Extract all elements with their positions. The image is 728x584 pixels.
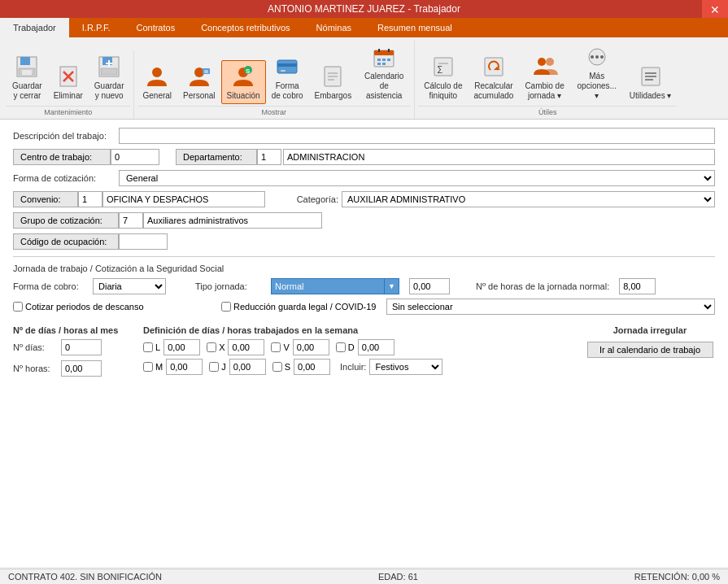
day-X-input[interactable] <box>228 339 264 355</box>
tab-trabajador[interactable]: Trabajador <box>0 18 69 37</box>
status-right: RETENCIÓN: 0,00 % <box>634 572 720 582</box>
calendario-button[interactable]: Calendariode asistencia <box>357 41 411 104</box>
day-X-checkbox-label[interactable]: X <box>207 342 225 352</box>
categoria-select[interactable]: AUXILIAR ADMINISTRATIVO <box>342 191 715 207</box>
tab-bar: Trabajador I.R.P.F. Contratos Conceptos … <box>0 18 728 37</box>
day-J-checkbox[interactable] <box>209 362 219 372</box>
tab-nominas[interactable]: Nóminas <box>303 18 364 37</box>
descripcion-input[interactable] <box>119 128 715 144</box>
n-dias-input[interactable] <box>61 339 102 355</box>
tab-conceptos[interactable]: Conceptos retributivos <box>188 18 303 37</box>
cotizar-periodos-checkbox[interactable] <box>13 302 23 312</box>
mas-opciones-label: Másopciones... ▾ <box>576 72 618 101</box>
svg-rect-22 <box>281 70 286 72</box>
mas-opciones-button[interactable]: Másopciones... ▾ <box>570 41 624 104</box>
forma-cobro-button[interactable]: Formade cobro <box>266 50 309 104</box>
day-L-checkbox[interactable] <box>143 342 153 352</box>
tab-irpf[interactable]: I.R.P.F. <box>69 18 124 37</box>
cotizar-periodos-label[interactable]: Cotizar periodos de descanso <box>13 302 192 312</box>
incluir-select[interactable]: Festivos <box>369 359 442 375</box>
centro-trabajo-input[interactable] <box>111 149 159 165</box>
forma-cobro-label: Formade cobro <box>272 81 303 101</box>
day-M-checkbox[interactable] <box>143 362 153 372</box>
situacion-label: Situación <box>227 91 260 101</box>
tipo-jornada-hours-input[interactable] <box>409 278 450 294</box>
personal-button[interactable]: Personal <box>177 60 220 104</box>
day-S-checkbox-label[interactable]: S <box>272 362 290 372</box>
svg-text:∑: ∑ <box>437 64 442 73</box>
centro-trabajo-button[interactable]: Centro de trabajo: <box>13 149 111 165</box>
general-button[interactable]: General <box>137 60 178 104</box>
situacion-button[interactable]: S Situación <box>221 60 266 104</box>
n-horas-label: Nº horas: <box>13 364 58 373</box>
separator-1 <box>13 256 715 257</box>
day-D-input[interactable] <box>358 339 395 355</box>
day-J-checkbox-label[interactable]: J <box>209 362 226 372</box>
reduccion-checkbox[interactable] <box>221 302 231 312</box>
day-M-checkbox-label[interactable]: M <box>143 362 163 372</box>
jornada-section-title: Jornada de trabajo / Cotización a la Seg… <box>13 264 715 273</box>
n-dias-horas-label: Nº de días / horas al mes <box>13 325 135 335</box>
day-D-checkbox[interactable] <box>336 342 346 352</box>
grupo-num-input[interactable] <box>119 212 143 229</box>
embargos-button[interactable]: Embargos <box>309 60 358 104</box>
convenio-num-input[interactable] <box>78 191 102 207</box>
general-icon <box>144 63 170 89</box>
ribbon: Guardary cerrar Eliminar <box>0 37 728 120</box>
guardar-nuevo-button[interactable]: Guardary nuevo <box>89 50 130 104</box>
departamento-name-input[interactable] <box>283 149 715 165</box>
n-dias-label: Nº días: <box>13 342 58 352</box>
convenio-name-input[interactable] <box>102 191 265 207</box>
day-L-input[interactable] <box>163 339 200 355</box>
departamento-num-input[interactable] <box>257 149 281 165</box>
day-L-checkbox-label[interactable]: L <box>143 342 160 352</box>
recalcular-button[interactable]: Recalcularacumulado <box>468 50 519 104</box>
cambio-jornada-button[interactable]: Cambio dejornada ▾ <box>519 50 569 104</box>
n-horas-jornada-input[interactable] <box>619 278 656 294</box>
ir-calendario-button[interactable]: Ir al calendario de trabajo <box>587 342 713 358</box>
codigo-ocupacion-input[interactable] <box>119 233 168 250</box>
general-label: General <box>143 91 172 101</box>
guardar-nuevo-icon <box>96 54 122 80</box>
forma-cobro-icon <box>274 54 300 80</box>
status-bar: CONTRATO 402. SIN BONIFICACIÓN EDAD: 61 … <box>0 569 728 584</box>
grupo-cotizacion-button[interactable]: Grupo de cotización: <box>13 212 119 229</box>
guardar-cerrar-label: Guardary cerrar <box>12 81 42 101</box>
svg-rect-34 <box>377 63 381 65</box>
day-V-input[interactable] <box>293 339 329 355</box>
day-J-input[interactable] <box>229 359 266 375</box>
convenio-button[interactable]: Convenio: <box>13 191 78 207</box>
guardar-cerrar-button[interactable]: Guardary cerrar <box>7 50 48 104</box>
close-button[interactable]: ✕ <box>702 0 728 18</box>
grupo-name-input[interactable] <box>143 212 322 229</box>
n-dias-row: Nº días: <box>13 339 135 355</box>
day-V-checkbox-label[interactable]: V <box>271 342 289 352</box>
reduccion-select[interactable]: Sin seleccionar <box>386 299 715 315</box>
utilidades-button[interactable]: Utilidades ▾ <box>624 60 678 104</box>
status-center: EDAD: 61 <box>378 572 418 582</box>
departamento-button[interactable]: Departamento: <box>176 149 257 165</box>
tipo-jornada-input[interactable] <box>271 278 385 294</box>
ribbon-group-utiles: ∑ Cálculo definiquito Recalcularacumulad… <box>415 41 680 119</box>
eliminar-button[interactable]: Eliminar <box>48 60 89 104</box>
day-V-checkbox[interactable] <box>271 342 281 352</box>
day-X-checkbox[interactable] <box>207 342 216 352</box>
ribbon-group-mantenimiento-label: Mantenimiento <box>7 106 130 119</box>
calculo-finiquito-button[interactable]: ∑ Cálculo definiquito <box>418 50 468 104</box>
forma-cotizacion-select[interactable]: General <box>119 170 715 186</box>
tab-resumen[interactable]: Resumen mensual <box>364 18 465 37</box>
forma-cotizacion-row: Forma de cotización: General <box>13 170 715 186</box>
reduccion-label[interactable]: Reducción guarda legal / COVID-19 <box>221 302 380 312</box>
ribbon-group-mantenimiento: Guardary cerrar Eliminar <box>3 50 134 119</box>
day-M-input[interactable] <box>166 359 203 375</box>
codigo-ocupacion-button[interactable]: Código de ocupación: <box>13 233 119 250</box>
forma-cobro-select[interactable]: Diaria <box>93 278 166 294</box>
svg-text:S: S <box>246 68 251 75</box>
day-S-checkbox[interactable] <box>272 362 282 372</box>
day-S-input[interactable] <box>294 359 330 375</box>
utilidades-label: Utilidades ▾ <box>630 91 672 101</box>
tab-contratos[interactable]: Contratos <box>123 18 188 37</box>
tipo-jornada-dropdown[interactable]: ▼ <box>385 278 399 294</box>
day-D-checkbox-label[interactable]: D <box>336 342 355 352</box>
n-horas-input[interactable] <box>61 360 102 377</box>
